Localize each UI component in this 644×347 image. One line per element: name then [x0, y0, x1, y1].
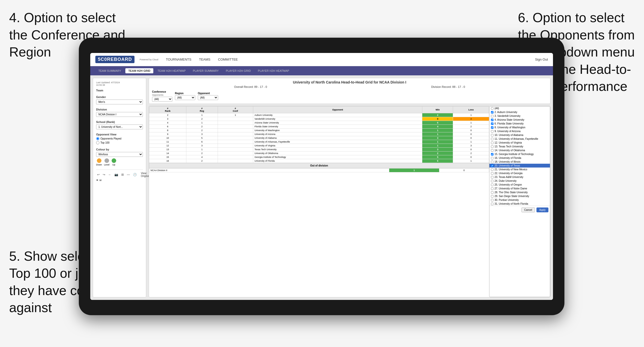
division-select[interactable]: NCAA Division I [96, 112, 143, 117]
nav-signout[interactable]: Sign Out [535, 58, 548, 61]
sub-nav-player-h2h-grid[interactable]: PLAYER H2H GRID [223, 68, 254, 73]
dropdown-item[interactable]: 24. Duke University [489, 179, 550, 183]
dropdown-checkbox[interactable] [491, 184, 493, 186]
undo-btn[interactable]: ↩ [96, 172, 101, 177]
dropdown-item[interactable]: 25. University of Oregon [489, 183, 550, 187]
colour-select[interactable]: Win/loss [96, 152, 143, 157]
dropdown-item[interactable]: 28. The Ohio State University [489, 190, 550, 194]
dropdown-checkbox[interactable] [491, 164, 493, 167]
school-select[interactable]: 1. University of Nort... [96, 124, 143, 129]
sub-nav-team-h2h-grid[interactable]: TEAM H2H GRID [125, 68, 154, 73]
cancel-button[interactable]: Cancel [521, 207, 535, 212]
dropdown-checkbox[interactable] [491, 195, 493, 198]
region-select[interactable]: (All) [175, 95, 195, 100]
nav-teams[interactable]: TEAMS [199, 57, 211, 62]
dropdown-checkbox[interactable] [491, 142, 493, 144]
radio-top100-input[interactable] [96, 141, 99, 144]
dropdown-checkbox[interactable] [491, 122, 493, 125]
dropdown-item[interactable]: 18. University of Illinois [489, 160, 550, 164]
cell-reg: 2 [186, 117, 218, 121]
dropdown-label: 11. University of Arkansas, Fayetteville [495, 137, 538, 140]
dropdown-checkbox[interactable] [491, 187, 493, 190]
dropdown-checkbox[interactable] [491, 191, 493, 194]
sub-nav-team-h2h-heatmap[interactable]: TEAM H2H HEATMAP [154, 68, 189, 73]
out-division-header: Out of division [149, 163, 489, 168]
cell-conf [218, 125, 253, 129]
dropdown-checkbox[interactable] [491, 180, 493, 182]
h2h-title: University of North Carolina Head-to-Hea… [152, 80, 547, 84]
radio-opponents-played[interactable]: Opponents Played [96, 137, 143, 140]
cell-loss: 0 [453, 148, 489, 151]
dropdown-checkbox[interactable] [491, 153, 493, 156]
dropdown-checkbox[interactable] [491, 145, 493, 148]
dropdown-checkbox[interactable] [491, 168, 493, 171]
dropdown-item[interactable]: 14. University of Oklahoma [489, 148, 550, 152]
zoom-label: W [99, 179, 102, 182]
dropdown-item[interactable]: 4. Arizona State University [489, 118, 550, 122]
dash-btn[interactable]: — [126, 172, 131, 177]
dropdown-checkbox[interactable] [491, 157, 493, 159]
dropdown-item[interactable]: 12. University of Virginia [489, 141, 550, 145]
dropdown-checkbox[interactable] [491, 176, 493, 178]
dropdown-item[interactable]: 30. Purdue University [489, 198, 550, 202]
dropdown-checkbox[interactable] [491, 172, 493, 175]
camera-btn[interactable]: 📷 [113, 172, 119, 177]
dropdown-checkbox[interactable] [491, 111, 493, 114]
colour-label: Colour by [96, 148, 143, 151]
back-btn[interactable]: ← [107, 172, 112, 177]
dropdown-checkbox[interactable] [491, 130, 493, 133]
conference-label: Conference [152, 90, 172, 93]
dropdown-checkbox[interactable] [491, 115, 493, 117]
grid-btn[interactable]: ⊞ [120, 172, 125, 177]
dropdown-checkbox[interactable] [491, 203, 493, 205]
dropdown-label: 25. University of Oregon [495, 183, 522, 186]
dropdown-checkbox[interactable] [491, 107, 493, 110]
dropdown-item[interactable]: 9. University of Arizona [489, 129, 550, 133]
sub-nav-player-summary[interactable]: PLAYER SUMMARY [190, 68, 222, 73]
opponent-select[interactable]: (All) [198, 95, 218, 100]
dropdown-item[interactable]: 21. University of New Mexico [489, 168, 550, 171]
dropdown-label: 29. San Diego State University [495, 195, 529, 198]
dropdown-item[interactable]: 16. University of Florida [489, 156, 550, 160]
cell-rank: 2 [149, 113, 186, 117]
nav-tournaments[interactable]: TOURNAMENTS [166, 57, 191, 62]
conference-select[interactable]: (All) [152, 97, 172, 102]
redo-btn[interactable]: ↪ [102, 172, 106, 177]
dropdown-item[interactable]: 22. University of Georgia [489, 171, 550, 175]
nav-committee[interactable]: COMMITTEE [218, 57, 238, 62]
legend-down-label: Down [96, 163, 102, 166]
dropdown-item[interactable]: 27. University of Notre Dame [489, 187, 550, 190]
dropdown-item[interactable]: 20. University of Texas [489, 164, 550, 168]
radio-opponents-played-input[interactable] [96, 137, 99, 140]
clock-btn[interactable]: 🕐 [132, 172, 138, 177]
dropdown-item[interactable]: 8. University of Washington [489, 126, 550, 129]
dropdown-checkbox[interactable] [491, 161, 493, 163]
dropdown-item[interactable]: 13. Texas Tech University [489, 145, 550, 148]
legend-level-label: Level [104, 163, 110, 166]
radio-top100[interactable]: Top 100 [96, 141, 143, 144]
apply-button[interactable]: Apply [536, 207, 548, 212]
cell-conf [218, 140, 253, 144]
dropdown-item[interactable]: 2. Auburn University [489, 110, 550, 114]
dropdown-checkbox[interactable] [491, 119, 493, 121]
dropdown-checkbox[interactable] [491, 138, 493, 140]
sub-nav-team-summary[interactable]: TEAM SUMMARY [95, 68, 124, 73]
dropdown-checkbox[interactable] [491, 199, 493, 201]
dropdown-checkbox[interactable] [491, 126, 493, 129]
dropdown-item[interactable]: (All) [489, 106, 550, 110]
cell-win: 1 [422, 132, 453, 136]
dropdown-item[interactable]: 23. Texas A&M University [489, 175, 550, 179]
dropdown-item[interactable]: 6. Florida State University [489, 122, 550, 126]
dropdown-item[interactable]: 31. University of North Florida [489, 202, 550, 206]
dropdown-item[interactable]: 10. University of Alabama [489, 133, 550, 137]
legend-level-dot [104, 158, 109, 163]
dropdown-item[interactable]: 29. San Diego State University [489, 194, 550, 198]
dropdown-item[interactable]: 15. Georgia Institute of Technology [489, 152, 550, 156]
gender-select[interactable]: Men's [96, 100, 143, 104]
dropdown-checkbox[interactable] [491, 134, 493, 136]
sub-nav-player-h2h-heatmap[interactable]: PLAYER H2H HEATMAP [255, 68, 292, 73]
dropdown-item[interactable]: 11. University of Arkansas, Fayetteville [489, 137, 550, 141]
dropdown-checkbox[interactable] [491, 149, 493, 152]
cell-reg: 2 [186, 151, 218, 155]
dropdown-item[interactable]: 3. Vanderbilt University [489, 114, 550, 118]
